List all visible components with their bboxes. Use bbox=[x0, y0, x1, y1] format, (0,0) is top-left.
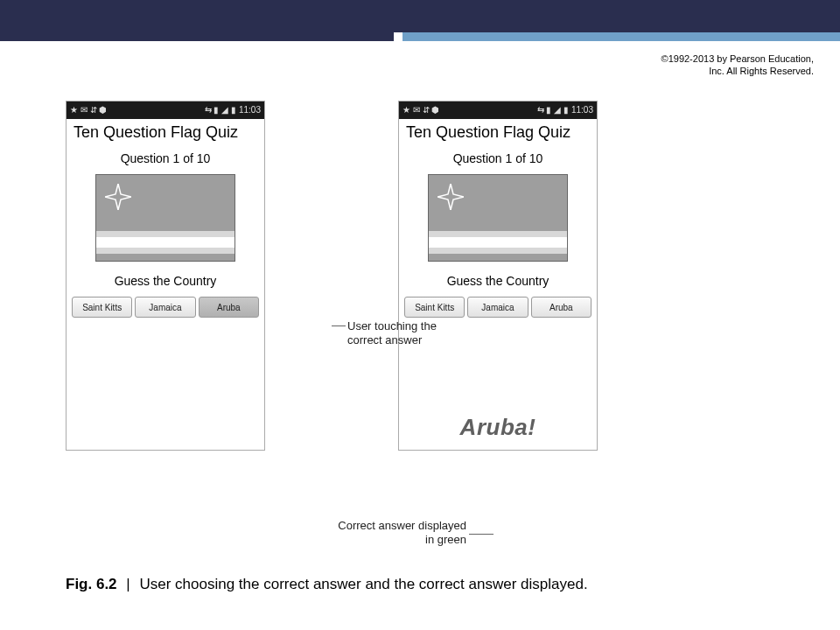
answer-button-2[interactable]: Jamaica bbox=[135, 297, 195, 318]
figure-stage: ★ ✉ ⇵ ⬢ ⇆ ▮ ◢ ▮ 11:03 Ten Question Flag … bbox=[66, 101, 722, 451]
figure-caption-text: User choosing the correct answer and the… bbox=[139, 576, 587, 592]
flag-image bbox=[95, 174, 235, 262]
answer-button-1[interactable]: Saint Kitts bbox=[404, 297, 465, 318]
status-icons-right: ⇆ ▮ ◢ ▮ bbox=[205, 106, 236, 115]
correct-answer-result: Aruba! bbox=[399, 414, 597, 441]
answer-button-1[interactable]: Saint Kitts bbox=[72, 297, 132, 318]
status-time: 11:03 bbox=[571, 106, 593, 115]
phone-screenshot-left: ★ ✉ ⇵ ⬢ ⇆ ▮ ◢ ▮ 11:03 Ten Question Flag … bbox=[66, 101, 265, 451]
flag-image bbox=[428, 174, 568, 262]
slide-header-strip bbox=[0, 32, 840, 41]
answer-button-3[interactable]: Aruba bbox=[531, 297, 592, 318]
app-title: Ten Question Flag Quiz bbox=[399, 119, 597, 144]
phone-screenshot-right: ★ ✉ ⇵ ⬢ ⇆ ▮ ◢ ▮ 11:03 Ten Question Flag … bbox=[398, 101, 598, 451]
answer-button-row: Saint Kitts Jamaica Aruba bbox=[399, 297, 597, 318]
guess-prompt-label: Guess the Country bbox=[399, 262, 597, 297]
figure-label: Fig. 6.2 bbox=[66, 576, 117, 592]
status-icons-right: ⇆ ▮ ◢ ▮ bbox=[537, 106, 569, 115]
question-progress-label: Question 1 of 10 bbox=[399, 144, 597, 174]
slide-header-band bbox=[0, 0, 840, 32]
status-time: 11:03 bbox=[239, 106, 261, 115]
copyright-text: ©1992-2013 by Pearson Education, Inc. Al… bbox=[648, 52, 814, 78]
callout-line-2 bbox=[469, 534, 494, 535]
answer-button-row: Saint Kitts Jamaica Aruba bbox=[66, 297, 264, 318]
answer-button-3[interactable]: Aruba bbox=[199, 297, 259, 318]
guess-prompt-label: Guess the Country bbox=[66, 262, 264, 297]
android-status-bar: ★ ✉ ⇵ ⬢ ⇆ ▮ ◢ ▮ 11:03 bbox=[399, 102, 597, 119]
annotation-touching: User touching the correct answer bbox=[347, 319, 461, 348]
answer-button-2[interactable]: Jamaica bbox=[467, 297, 528, 318]
android-status-bar: ★ ✉ ⇵ ⬢ ⇆ ▮ ◢ ▮ 11:03 bbox=[66, 102, 264, 119]
status-icons-left: ★ ✉ ⇵ ⬢ bbox=[70, 106, 107, 115]
flag-star-icon bbox=[438, 184, 464, 210]
callout-line-1 bbox=[332, 326, 346, 326]
figure-caption: Fig. 6.2 | User choosing the correct ans… bbox=[66, 573, 678, 596]
status-icons-left: ★ ✉ ⇵ ⬢ bbox=[402, 106, 439, 115]
annotation-displayed: Correct answer displayed in green bbox=[331, 519, 466, 548]
flag-star-icon bbox=[105, 184, 131, 210]
app-title: Ten Question Flag Quiz bbox=[66, 119, 264, 144]
figure-separator: | bbox=[126, 576, 130, 592]
question-progress-label: Question 1 of 10 bbox=[66, 144, 264, 174]
